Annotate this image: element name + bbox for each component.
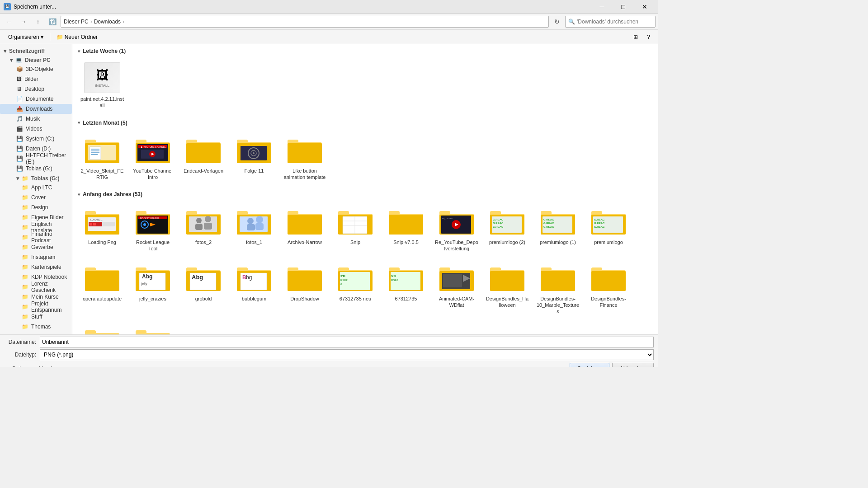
last-week-label: Letzte Woche (1) bbox=[83, 48, 126, 54]
file-67312735[interactable]: S'FI RSE€ 67312735 bbox=[382, 258, 430, 319]
file-premiumlogo1[interactable]: G.REAC G.REAC G.REAC premiumlogo (1) bbox=[533, 201, 582, 256]
sidebar-item-kartenspiele[interactable]: 📁 Kartenspiele bbox=[0, 262, 72, 272]
section-last-week[interactable]: ▾ Letzte Woche (1) bbox=[78, 48, 653, 54]
search-box[interactable]: 🔍 bbox=[565, 16, 656, 28]
instagram-icon: 📁 bbox=[22, 254, 28, 260]
bottom-bar: Dateiname: Dateityp: PNG (*.png) ▲ Ordne… bbox=[0, 334, 658, 367]
file-dropshadow[interactable]: DropShadow bbox=[280, 258, 329, 319]
sidebar-item-lorenz[interactable]: 📁 Lorenz Geschenk bbox=[0, 282, 72, 292]
file-premiumlogo[interactable]: G.REAC G.REAC G.REAC premiumlogo bbox=[584, 201, 633, 256]
filename-input[interactable] bbox=[40, 337, 654, 347]
file-premiumlogo2[interactable]: G.REAC G.REAC G.REAC premiumlogo (2) bbox=[483, 201, 532, 256]
sidebar-item-appltic[interactable]: 📁 App LTC bbox=[0, 183, 72, 192]
file-loading[interactable]: LOADING... Loading Png bbox=[78, 201, 127, 256]
svg-rect-69 bbox=[288, 215, 322, 235]
file-67312735neu[interactable]: S'FI RSE€ G 67312735 neu bbox=[331, 258, 380, 319]
filetype-select[interactable]: PNG (*.png) bbox=[40, 349, 654, 360]
sidebar-item-cover[interactable]: 📁 Cover bbox=[0, 192, 72, 202]
file-designbundles-marble[interactable]: DesignBundles-10_Marble_Textures bbox=[533, 258, 582, 319]
file-reyt[interactable]: Re_YouTube Re_YouTube_Depotvorstellung bbox=[432, 201, 481, 256]
address-bar[interactable]: Dieser PC › Downloads › bbox=[61, 16, 549, 28]
sidebar-item-finantrio[interactable]: 📁 Finantrio Podcast bbox=[0, 232, 72, 242]
file-fotos2[interactable]: fotos_2 bbox=[179, 201, 228, 256]
sidebar-item-gewerbe[interactable]: 📁 Gewerbe bbox=[0, 242, 72, 252]
sidebar-item-thomas[interactable]: 📁 Thomas bbox=[0, 322, 72, 332]
view-button[interactable]: ⊞ bbox=[630, 32, 642, 42]
meinkurse-label: Mein Kurse bbox=[31, 294, 59, 300]
kdp-icon: 📁 bbox=[22, 274, 28, 280]
sidebar-item-instagram[interactable]: 📁 Instagram bbox=[0, 252, 72, 262]
tobias-subgroup-header[interactable]: ▾ 📁 Tobias (G:) bbox=[0, 174, 72, 183]
file-grobold[interactable]: Abg grobold bbox=[179, 258, 228, 319]
sidebar-item-downloads[interactable]: 📥 Downloads bbox=[0, 104, 72, 114]
address-refresh-button[interactable]: ↻ bbox=[551, 15, 563, 28]
quick-access-header[interactable]: ▾ Schnellzugriff bbox=[0, 46, 72, 55]
file-snipv7[interactable]: Snip-v7.0.5 bbox=[382, 201, 430, 256]
sidebar-item-3d[interactable]: 📦 3D-Objekte bbox=[0, 64, 72, 74]
sidebar-item-videos-tobias[interactable]: 📁 Videos bbox=[0, 332, 72, 334]
file-designbundles-shark[interactable]: PDF DesignBundles-One-Happy-Shark bbox=[128, 320, 177, 334]
file-opera[interactable]: opera autoupdate bbox=[78, 258, 127, 319]
organize-button[interactable]: Organisieren ▾ bbox=[5, 32, 47, 42]
forward-button[interactable]: → bbox=[17, 15, 30, 28]
maximize-button[interactable]: □ bbox=[613, 0, 633, 14]
file-snip[interactable]: Snip bbox=[331, 201, 380, 256]
this-pc-header[interactable]: ▾ 💻 Dieser PC bbox=[0, 55, 72, 64]
svg-text:G.REAC: G.REAC bbox=[594, 225, 605, 228]
folder-premium2-svg: G.REAC G.REAC G.REAC bbox=[489, 206, 525, 236]
file-like-animation[interactable]: Like button animation template bbox=[280, 130, 329, 184]
file-jelly[interactable]: Abg jelly jelly_crazies bbox=[128, 258, 177, 319]
snipv7-name: Snip-v7.0.5 bbox=[393, 239, 419, 245]
sidebar-item-stuff[interactable]: 📁 Stuff bbox=[0, 312, 72, 322]
svg-text:G.REAC: G.REAC bbox=[543, 222, 554, 225]
sidebar-item-dokumente[interactable]: 📄 Dokumente bbox=[0, 94, 72, 104]
hide-folder-chevron: ▲ bbox=[5, 366, 10, 367]
refresh-button[interactable]: 🔃 bbox=[46, 15, 59, 28]
section-last-month[interactable]: ▾ Letzten Monat (5) bbox=[78, 120, 653, 126]
svg-text:G.REAC: G.REAC bbox=[493, 222, 504, 225]
file-designbundles-gold[interactable]: DesignBundles_15_Gold_Textures bbox=[78, 320, 127, 334]
file-folge11[interactable]: Folge 11 bbox=[230, 130, 278, 184]
file-designbundles-finance[interactable]: DesignBundles-Finance bbox=[584, 258, 633, 319]
file-fotos1[interactable]: fotos_1 bbox=[230, 201, 278, 256]
folder-halloween-svg bbox=[489, 262, 525, 293]
file-videoskript[interactable]: 2_Video_Skript_FERTIG bbox=[78, 130, 127, 184]
file-rocket[interactable]: ROCKET LEAGUE Rocket League Tool bbox=[128, 201, 177, 256]
close-button[interactable]: ✕ bbox=[634, 0, 655, 14]
sidebar-item-tobias[interactable]: 💾 Tobias (G:) bbox=[0, 164, 72, 174]
sidebar-item-design[interactable]: 📁 Design bbox=[0, 202, 72, 212]
sidebar-item-videos[interactable]: 🎬 Videos bbox=[0, 124, 72, 134]
file-endcard[interactable]: Endcard-Vorlagen bbox=[179, 130, 228, 184]
file-animated-cam[interactable]: Animated-CAM-WDflat bbox=[432, 258, 481, 319]
back-button[interactable]: ← bbox=[3, 15, 15, 28]
sidebar-item-hitech[interactable]: 💾 HI-TECH Treiber (E:) bbox=[0, 154, 72, 164]
sidebar-item-musik[interactable]: 🎵 Musik bbox=[0, 114, 72, 124]
folder-opera-svg bbox=[84, 262, 120, 293]
folder-rocket-svg: ROCKET LEAGUE bbox=[135, 206, 171, 236]
organize-label: Organisieren bbox=[8, 34, 39, 40]
animated-cam-thumb bbox=[439, 261, 475, 294]
svg-text:bg: bg bbox=[246, 274, 252, 281]
file-bubblegum[interactable]: B bg bubblegum bbox=[230, 258, 278, 319]
sidebar-item-systemc[interactable]: 💾 System (C:) bbox=[0, 134, 72, 144]
bilder-icon: 🖼 bbox=[16, 76, 22, 82]
help-button[interactable]: ? bbox=[643, 32, 654, 42]
file-paintnet[interactable]: 🖼 INSTALL paint.net.4.2.11.install bbox=[78, 58, 127, 113]
up-button[interactable]: ↑ bbox=[32, 15, 44, 28]
section-beginning[interactable]: ▾ Anfang des Jahres (53) bbox=[78, 191, 653, 197]
minimize-button[interactable]: ─ bbox=[592, 0, 612, 14]
new-folder-button[interactable]: 📁 Neuer Ordner bbox=[53, 32, 101, 42]
bubblegum-name: bubblegum bbox=[242, 296, 266, 302]
sidebar-item-desktop[interactable]: 🖥 Desktop bbox=[0, 84, 72, 94]
sidebar-item-bilder[interactable]: 🖼 Bilder bbox=[0, 74, 72, 84]
hide-folder-link[interactable]: ▲ Ordner ausblenden bbox=[5, 366, 58, 367]
file-designbundles-halloween[interactable]: DesignBundles_Halloween bbox=[483, 258, 532, 319]
sidebar-item-projekt[interactable]: 📁 Projekt Entspannum bbox=[0, 302, 72, 312]
svg-text:RSE€: RSE€ bbox=[340, 279, 348, 282]
file-yt-channel[interactable]: ▶ YOUTUBE CHANNEL YouTube Channel Intro bbox=[128, 130, 177, 184]
file-archivo[interactable]: Archivo-Narrow bbox=[280, 201, 329, 256]
search-input[interactable] bbox=[577, 19, 652, 25]
save-button[interactable]: Speichern bbox=[570, 363, 609, 367]
musik-icon: 🎵 bbox=[16, 116, 23, 122]
cancel-button[interactable]: Abbrechen bbox=[612, 363, 654, 367]
